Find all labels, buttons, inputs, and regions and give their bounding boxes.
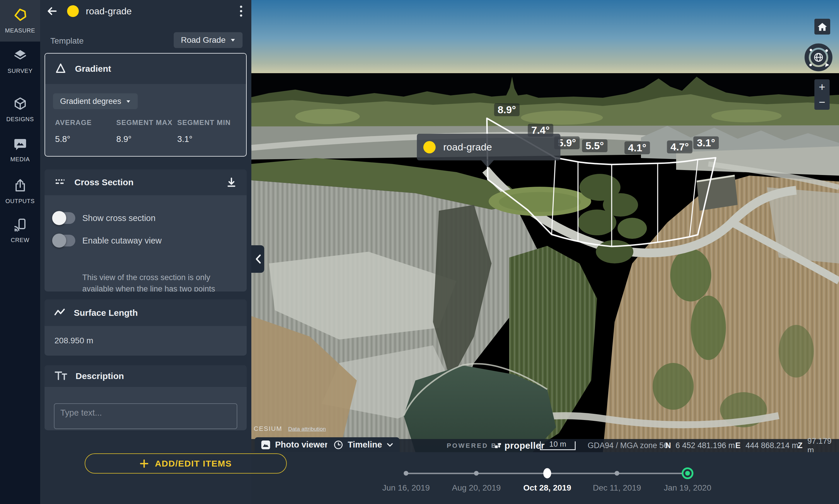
powered-by-label: POWERED BY	[447, 439, 502, 452]
timeline-dot-selected[interactable]	[544, 468, 551, 479]
crs-label: GDA94 / MGA zone 56	[588, 439, 668, 452]
gradient-segment-label: 4.1°	[624, 141, 650, 154]
app-sidebar: MEASURE SURVEY DESIGNS MEDIA OUTPUTS CRE…	[0, 0, 40, 504]
gradient-segment-label: 8.9°	[494, 103, 520, 116]
plus-icon	[140, 459, 149, 468]
sidebar-item-crew[interactable]: CREW	[0, 213, 40, 248]
home-view-button[interactable]	[815, 19, 830, 35]
annotation-title: road-grade	[86, 6, 132, 17]
propeller-mark-icon	[495, 442, 502, 450]
description-input[interactable]	[54, 403, 237, 429]
template-select[interactable]: Road Grade	[174, 32, 243, 48]
description-title: Description	[75, 371, 124, 381]
map-3d-viewport[interactable]: 8.9° 7.4° 5.9° 5.5° 4.1° 4.7° 3.1° road-…	[251, 0, 839, 504]
propeller-logo: propeller	[495, 439, 545, 452]
show-cross-section-toggle[interactable]: Show cross section	[53, 212, 156, 224]
easting-label: E	[735, 439, 740, 452]
timeline-dot[interactable]	[615, 471, 619, 475]
timeline-tab[interactable]: Timeline	[327, 437, 399, 452]
add-edit-items-button[interactable]: ADD/EDIT ITEMS	[85, 453, 287, 473]
clock-icon	[334, 440, 343, 450]
data-attribution-link[interactable]: Data attribution	[288, 426, 326, 432]
zoom-control: + −	[815, 79, 829, 110]
timeline-date[interactable]: Jun 16, 2019	[371, 483, 441, 492]
layers-icon	[13, 48, 27, 64]
northing-value: 6 452 481.196 m	[675, 439, 735, 452]
photo-viewer-label: Photo viewer	[275, 440, 328, 450]
surface-length-card: Surface Length 208.950 m	[45, 300, 247, 356]
photo-bubble-icon	[13, 137, 27, 152]
timeline-dot[interactable]	[474, 471, 479, 475]
sidebar-item-measure[interactable]: MEASURE	[0, 0, 40, 41]
sidebar-item-survey[interactable]: SURVEY	[0, 44, 40, 78]
cross-section-icon	[54, 176, 66, 189]
sidebar-item-label: CREW	[11, 237, 30, 244]
sidebar-item-label: OUTPUTS	[5, 198, 35, 204]
stat-value: 8.9°	[116, 134, 177, 144]
map-attribution: CESIUM Data attribution	[254, 425, 326, 433]
cross-section-header: Cross Section	[45, 169, 247, 195]
back-arrow-icon[interactable]	[46, 5, 59, 18]
annotation-map-tooltip[interactable]: road-grade	[417, 134, 560, 160]
kebab-menu-icon[interactable]	[239, 4, 243, 18]
sidebar-item-outputs[interactable]: OUTPUTS	[0, 174, 40, 209]
propeller-wordmark: propeller	[504, 440, 545, 451]
export-icon	[13, 179, 27, 194]
sidebar-item-label: MEDIA	[10, 156, 30, 163]
toggle-label: Enable cutaway view	[82, 236, 162, 246]
panel-collapse-handle[interactable]	[251, 245, 264, 273]
sidebar-item-label: SURVEY	[7, 68, 33, 74]
add-edit-items-label: ADD/EDIT ITEMS	[155, 458, 232, 469]
cutaway-view-toggle[interactable]: Enable cutaway view	[53, 235, 162, 247]
measurement-panel: road-grade Template Road Grade Gradient …	[40, 0, 251, 504]
gradient-segment-label: 4.7°	[667, 141, 692, 154]
panel-header: road-grade	[40, 0, 251, 22]
toggle-off[interactable]	[53, 212, 75, 224]
zoom-out-button[interactable]: −	[815, 94, 829, 110]
annotation-color-dot	[67, 5, 79, 17]
scale-value: 10 m	[541, 439, 575, 449]
timeline-date[interactable]: Jan 19, 2020	[652, 483, 723, 492]
gradient-stats: AVERAGE 5.8° SEGMENT MAX 8.9° SEGMENT MI…	[55, 119, 237, 144]
chevron-left-icon	[254, 253, 262, 265]
description-header: Description	[45, 365, 247, 387]
stat-label: SEGMENT MAX	[116, 119, 177, 127]
stat-segment-min: SEGMENT MIN 3.1°	[177, 119, 230, 144]
stat-label: AVERAGE	[55, 119, 116, 127]
globe-compass-icon	[804, 43, 833, 71]
timeline-dot[interactable]	[404, 471, 408, 475]
stat-average: AVERAGE 5.8°	[55, 119, 116, 144]
gradient-card-header: Gradient	[45, 54, 246, 84]
sidebar-item-media[interactable]: MEDIA	[0, 132, 40, 167]
template-row: Template Road Grade	[40, 31, 251, 50]
map-status-bar: Photo viewer Timeline POWERED BY propell…	[251, 439, 839, 452]
map-scale-bar: 10 m	[540, 442, 576, 450]
annotation-color-dot	[423, 141, 435, 154]
download-icon[interactable]	[226, 177, 237, 187]
timeline-date[interactable]: Dec 11, 2019	[582, 483, 652, 492]
easting-value: 444 868.214 m	[746, 439, 798, 452]
northing-label: N	[665, 439, 671, 452]
surface-length-title: Surface Length	[74, 308, 138, 318]
surface-length-value: 208.950 m	[54, 336, 93, 345]
sidebar-item-label: DESIGNS	[6, 116, 34, 123]
zoom-in-button[interactable]: +	[815, 79, 829, 94]
timeline-date-selected[interactable]: Oct 28, 2019	[512, 483, 582, 492]
pentagon-measure-icon	[13, 8, 27, 23]
toggle-off-disabled[interactable]	[53, 235, 75, 247]
compass-globe-control[interactable]	[804, 43, 833, 71]
gradient-segment-label: 3.1°	[694, 137, 719, 149]
cross-section-card: Cross Section Show cross section Enable …	[45, 169, 247, 291]
elevation-label: Z	[798, 439, 803, 452]
sidebar-item-label: MEASURE	[5, 27, 35, 34]
timeline-date[interactable]: Aug 20, 2019	[441, 483, 512, 492]
sidebar-item-designs[interactable]: DESIGNS	[0, 92, 40, 127]
timeline-tab-label: Timeline	[348, 440, 382, 450]
chevron-down-icon	[126, 100, 131, 103]
description-card: Description	[45, 365, 247, 430]
terrain-scene	[251, 0, 839, 452]
template-label: Template	[50, 36, 84, 46]
timeline-dot-latest[interactable]	[682, 467, 694, 479]
gradient-units-select[interactable]: Gradient degrees	[53, 93, 138, 109]
text-format-icon	[54, 370, 67, 382]
